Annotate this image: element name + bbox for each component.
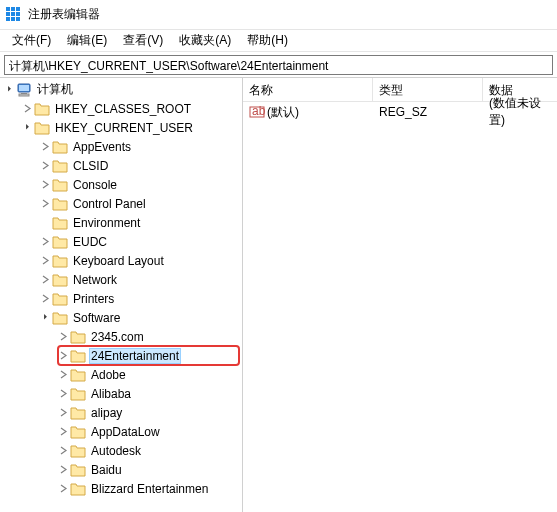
tree-label: HKEY_CLASSES_ROOT — [53, 101, 193, 117]
value-name: (默认) — [267, 104, 299, 121]
svg-rect-4 — [11, 12, 15, 16]
folder-icon — [70, 444, 86, 458]
svg-rect-3 — [6, 12, 10, 16]
menu-edit[interactable]: 编辑(E) — [59, 30, 115, 51]
tree-label: HKEY_CURRENT_USER — [53, 120, 195, 136]
tree-software[interactable]: Software — [2, 308, 242, 327]
tree-label: CLSID — [71, 158, 110, 174]
svg-rect-5 — [16, 12, 20, 16]
tree-hkcu[interactable]: HKEY_CURRENT_USER — [2, 118, 242, 137]
tree-label: Autodesk — [89, 443, 143, 459]
svg-text:ab: ab — [252, 105, 265, 118]
tree-label: Adobe — [89, 367, 128, 383]
tree-24entertainment[interactable]: 24Entertainment — [2, 346, 242, 365]
chevron-right-icon[interactable] — [20, 102, 34, 116]
tree-keyboard[interactable]: Keyboard Layout — [2, 251, 242, 270]
chevron-right-icon[interactable] — [56, 368, 70, 382]
folder-icon — [70, 406, 86, 420]
tree-adobe[interactable]: Adobe — [2, 365, 242, 384]
tree-label: Control Panel — [71, 196, 148, 212]
tree-label: Network — [71, 272, 119, 288]
chevron-right-icon[interactable] — [38, 254, 52, 268]
chevron-right-icon[interactable] — [56, 387, 70, 401]
tree-label: Alibaba — [89, 386, 133, 402]
svg-rect-8 — [16, 17, 20, 21]
menu-bar: 文件(F) 编辑(E) 查看(V) 收藏夹(A) 帮助(H) — [0, 30, 557, 52]
tree-appevents[interactable]: AppEvents — [2, 137, 242, 156]
folder-icon — [52, 178, 68, 192]
tree-autodesk[interactable]: Autodesk — [2, 441, 242, 460]
tree-console[interactable]: Console — [2, 175, 242, 194]
chevron-right-icon[interactable] — [56, 425, 70, 439]
value-data: (数值未设置) — [483, 93, 557, 131]
folder-icon — [34, 102, 50, 116]
folder-icon — [34, 121, 50, 135]
menu-file[interactable]: 文件(F) — [4, 30, 59, 51]
svg-rect-1 — [11, 7, 15, 11]
tree-label: Environment — [71, 215, 142, 231]
chevron-right-icon[interactable] — [56, 349, 70, 363]
tree-2345[interactable]: 2345.com — [2, 327, 242, 346]
menu-favorites[interactable]: 收藏夹(A) — [171, 30, 239, 51]
menu-view[interactable]: 查看(V) — [115, 30, 171, 51]
chevron-right-icon[interactable] — [56, 330, 70, 344]
tree-label: Software — [71, 310, 122, 326]
chevron-right-icon[interactable] — [38, 197, 52, 211]
svg-rect-2 — [16, 7, 20, 11]
tree-label: Blizzard Entertainmen — [89, 481, 210, 497]
tree-network[interactable]: Network — [2, 270, 242, 289]
folder-icon — [52, 216, 68, 230]
col-type[interactable]: 类型 — [373, 78, 483, 101]
chevron-right-icon[interactable] — [38, 235, 52, 249]
tree-label: alipay — [89, 405, 124, 421]
svg-rect-10 — [19, 85, 29, 91]
tree-label: Printers — [71, 291, 116, 307]
tree-label: AppEvents — [71, 139, 133, 155]
tree-appdatalow[interactable]: AppDataLow — [2, 422, 242, 441]
tree-environment[interactable]: Environment — [2, 213, 242, 232]
tree-pane[interactable]: 计算机 HKEY_CLASSES_ROOT HKEY_CURRENT_USER … — [0, 78, 243, 512]
chevron-right-icon[interactable] — [38, 273, 52, 287]
address-input[interactable]: 计算机\HKEY_CURRENT_USER\Software\24Enterta… — [4, 55, 553, 75]
tree-alipay[interactable]: alipay — [2, 403, 242, 422]
chevron-right-icon[interactable] — [38, 159, 52, 173]
folder-icon — [52, 254, 68, 268]
chevron-down-icon[interactable] — [38, 311, 52, 325]
tree-label: EUDC — [71, 234, 109, 250]
folder-icon — [52, 140, 68, 154]
tree-controlpanel[interactable]: Control Panel — [2, 194, 242, 213]
menu-help[interactable]: 帮助(H) — [239, 30, 296, 51]
svg-rect-0 — [6, 7, 10, 11]
tree-blizzard[interactable]: Blizzard Entertainmen — [2, 479, 242, 498]
chevron-down-icon[interactable] — [2, 83, 16, 97]
chevron-right-icon[interactable] — [56, 482, 70, 496]
folder-icon — [52, 159, 68, 173]
list-row[interactable]: ab (默认) REG_SZ (数值未设置) — [243, 102, 557, 122]
tree-clsid[interactable]: CLSID — [2, 156, 242, 175]
chevron-right-icon[interactable] — [56, 444, 70, 458]
chevron-right-icon[interactable] — [56, 463, 70, 477]
folder-icon — [52, 292, 68, 306]
list-pane[interactable]: 名称 类型 数据 ab (默认) REG_SZ (数值未设置) — [243, 78, 557, 512]
chevron-right-icon[interactable] — [38, 178, 52, 192]
main-area: 计算机 HKEY_CLASSES_ROOT HKEY_CURRENT_USER … — [0, 78, 557, 512]
chevron-down-icon[interactable] — [20, 121, 34, 135]
tree-label: Console — [71, 177, 119, 193]
tree-label: 2345.com — [89, 329, 146, 345]
folder-icon — [52, 311, 68, 325]
folder-icon — [70, 463, 86, 477]
tree-eudc[interactable]: EUDC — [2, 232, 242, 251]
tree-baidu[interactable]: Baidu — [2, 460, 242, 479]
chevron-right-icon[interactable] — [38, 140, 52, 154]
tree-root[interactable]: 计算机 — [2, 80, 242, 99]
folder-icon — [70, 425, 86, 439]
tree-label: Keyboard Layout — [71, 253, 166, 269]
tree-alibaba[interactable]: Alibaba — [2, 384, 242, 403]
chevron-right-icon[interactable] — [38, 292, 52, 306]
tree-printers[interactable]: Printers — [2, 289, 242, 308]
col-name[interactable]: 名称 — [243, 78, 373, 101]
tree-hkcr[interactable]: HKEY_CLASSES_ROOT — [2, 99, 242, 118]
string-value-icon: ab — [249, 105, 265, 119]
value-type: REG_SZ — [373, 103, 483, 121]
chevron-right-icon[interactable] — [56, 406, 70, 420]
